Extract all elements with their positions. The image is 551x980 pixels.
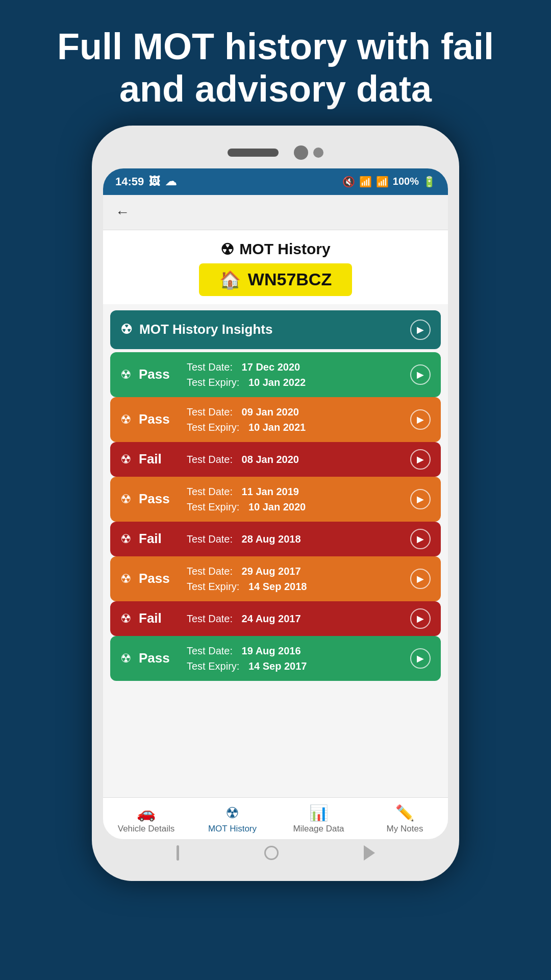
mot-item-left: ☢ Pass Test Date: 19 Aug 2016Test Expiry… [120, 643, 307, 674]
mot-item-left: ☢ Fail Test Date: 24 Aug 2017 [120, 610, 301, 626]
notes-icon: ✏️ [395, 804, 414, 822]
mot-result-3: Pass [139, 491, 180, 507]
mot-dates-6: Test Date: 24 Aug 2017 [187, 611, 301, 626]
status-right: 🔇 📶 📶 100% 🔋 [342, 176, 436, 188]
test-date-label: Test Date: [187, 404, 233, 420]
test-expiry-value: 14 Sep 2017 [248, 658, 307, 674]
mot-history-title: ☢ MOT History [103, 240, 448, 258]
mot-list-item[interactable]: ☢ Pass Test Date: 17 Dec 2020Test Expiry… [110, 352, 441, 397]
test-date-label: Test Date: [187, 452, 233, 467]
mileage-icon: 📊 [309, 804, 328, 822]
test-date-label: Test Date: [187, 611, 233, 626]
test-expiry-label: Test Expiry: [187, 375, 239, 390]
mot-item-play-4[interactable]: ▶ [410, 529, 431, 549]
mot-result-7: Pass [139, 650, 180, 666]
mot-item-play-7[interactable]: ▶ [410, 648, 431, 669]
gesture-triangle [364, 845, 375, 861]
back-bar: ← [103, 195, 448, 230]
test-expiry-label: Test Expiry: [187, 658, 239, 674]
mot-dates-3: Test Date: 11 Jan 2019Test Expiry: 10 Ja… [187, 484, 306, 514]
gesture-circle [264, 846, 279, 860]
phone-bezel-top [103, 140, 448, 165]
mot-item-left: ☢ Pass Test Date: 29 Aug 2017Test Expiry… [120, 564, 307, 594]
test-expiry-label: Test Expiry: [187, 499, 239, 514]
mot-icon-3: ☢ [120, 492, 132, 506]
mot-item-play-6[interactable]: ▶ [410, 608, 431, 629]
mot-icon-1: ☢ [120, 412, 132, 427]
status-time: 14:59 [115, 175, 144, 188]
test-date-value: 24 Aug 2017 [242, 611, 301, 626]
mot-result-1: Pass [139, 411, 180, 427]
mot-items-container: ☢ Pass Test Date: 17 Dec 2020Test Expiry… [110, 352, 441, 681]
nav-vehicle-details-label: Vehicle Details [118, 824, 175, 834]
bottom-nav: 🚗 Vehicle Details ☢ MOT History 📊 Mileag… [103, 797, 448, 839]
status-cloud-icon: ☁ [165, 175, 177, 188]
car-icon: 🚗 [137, 804, 156, 822]
mot-result-6: Fail [139, 610, 180, 626]
mot-list-item[interactable]: ☢ Pass Test Date: 29 Aug 2017Test Expiry… [110, 556, 441, 601]
back-button[interactable]: ← [115, 204, 130, 220]
mot-item-play-1[interactable]: ▶ [410, 409, 431, 430]
mot-item-play-2[interactable]: ▶ [410, 449, 431, 470]
nav-vehicle-details[interactable]: 🚗 Vehicle Details [116, 804, 177, 834]
mot-dates-5: Test Date: 29 Aug 2017Test Expiry: 14 Se… [187, 564, 307, 594]
nav-mot-history[interactable]: ☢ MOT History [202, 804, 263, 834]
mot-icon-6: ☢ [120, 611, 132, 626]
mot-list-item[interactable]: ☢ Fail Test Date: 08 Jan 2020 ▶ [110, 442, 441, 477]
insights-row[interactable]: ☢ MOT History Insights ▶ [110, 310, 441, 349]
wifi-icon: 📶 [359, 176, 372, 188]
mot-result-4: Fail [139, 531, 180, 547]
mot-result-0: Pass [139, 366, 180, 382]
test-date-value: 29 Aug 2017 [242, 564, 301, 579]
status-bar: 14:59 🖼 ☁ 🔇 📶 📶 100% 🔋 [103, 168, 448, 195]
test-date-value: 28 Aug 2018 [242, 531, 301, 547]
battery-icon: 🔋 [423, 176, 436, 188]
mot-dates-4: Test Date: 28 Aug 2018 [187, 531, 301, 547]
test-date-value: 19 Aug 2016 [242, 643, 301, 658]
phone-camera [294, 145, 308, 160]
status-image-icon: 🖼 [149, 175, 160, 188]
test-date-value: 17 Dec 2020 [242, 359, 300, 375]
nav-mileage-data[interactable]: 📊 Mileage Data [288, 804, 349, 834]
mot-item-left: ☢ Pass Test Date: 09 Jan 2020Test Expiry… [120, 404, 306, 435]
test-date-value: 08 Jan 2020 [242, 452, 299, 467]
mot-item-left: ☢ Fail Test Date: 08 Jan 2020 [120, 451, 299, 467]
test-date-label: Test Date: [187, 564, 233, 579]
nav-mot-history-label: MOT History [208, 824, 257, 834]
mot-icon-7: ☢ [120, 651, 132, 666]
mot-list-item[interactable]: ☢ Pass Test Date: 19 Aug 2016Test Expiry… [110, 636, 441, 681]
reg-plate: 🏠 WN57BCZ [199, 263, 352, 296]
insights-play-button[interactable]: ▶ [410, 320, 431, 340]
mot-title-icon: ☢ [220, 240, 234, 258]
insights-icon: ☢ [120, 322, 132, 337]
insights-left: ☢ MOT History Insights [120, 322, 272, 337]
mot-list-item[interactable]: ☢ Pass Test Date: 11 Jan 2019Test Expiry… [110, 477, 441, 522]
nav-my-notes[interactable]: ✏️ My Notes [374, 804, 436, 834]
test-expiry-label: Test Expiry: [187, 579, 239, 594]
test-date-label: Test Date: [187, 643, 233, 658]
phone-bezel-bottom [103, 839, 448, 867]
nav-mileage-label: Mileage Data [293, 824, 344, 834]
gesture-lines [177, 845, 179, 861]
test-expiry-value: 10 Jan 2022 [248, 375, 306, 390]
test-expiry-value: 10 Jan 2021 [248, 420, 306, 435]
mot-list-item[interactable]: ☢ Fail Test Date: 28 Aug 2018 ▶ [110, 522, 441, 556]
phone-speaker [228, 149, 279, 157]
signal-icon: 📶 [376, 176, 389, 188]
mot-item-play-0[interactable]: ▶ [410, 364, 431, 385]
mot-item-left: ☢ Pass Test Date: 17 Dec 2020Test Expiry… [120, 359, 306, 390]
mot-list-item[interactable]: ☢ Pass Test Date: 09 Jan 2020Test Expiry… [110, 397, 441, 442]
test-date-value: 09 Jan 2020 [242, 404, 299, 420]
nav-my-notes-label: My Notes [387, 824, 423, 834]
phone-frame: 14:59 🖼 ☁ 🔇 📶 📶 100% 🔋 ← ☢ MOT Histo [92, 126, 459, 881]
mot-list-item[interactable]: ☢ Fail Test Date: 24 Aug 2017 ▶ [110, 601, 441, 636]
screen-content: ☢ MOT History 🏠 WN57BCZ ☢ MOT History In… [103, 230, 448, 839]
test-date-label: Test Date: [187, 359, 233, 375]
mot-item-play-5[interactable]: ▶ [410, 569, 431, 589]
test-date-value: 11 Jan 2019 [242, 484, 299, 499]
phone-screen: 14:59 🖼 ☁ 🔇 📶 📶 100% 🔋 ← ☢ MOT Histo [103, 168, 448, 839]
mot-dates-1: Test Date: 09 Jan 2020Test Expiry: 10 Ja… [187, 404, 306, 435]
page-headline: Full MOT history with fail and advisory … [0, 0, 551, 126]
mot-dates-0: Test Date: 17 Dec 2020Test Expiry: 10 Ja… [187, 359, 306, 390]
mot-item-play-3[interactable]: ▶ [410, 489, 431, 509]
